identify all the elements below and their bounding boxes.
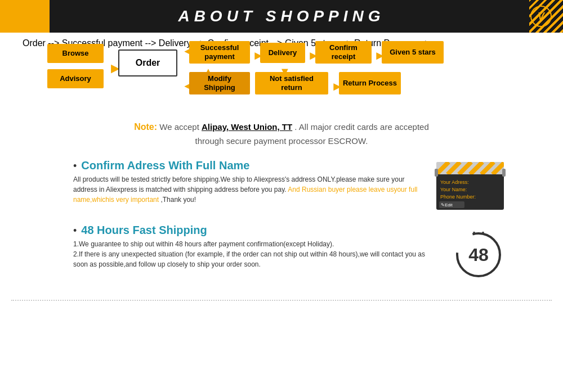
note-label: Note:	[134, 122, 157, 132]
icon-48: 48	[450, 224, 507, 282]
svg-text:✎Edit: ✎Edit	[441, 202, 453, 208]
svg-text:Your Name:: Your Name:	[440, 187, 467, 192]
page-title: ABOUT SHOPPING	[178, 7, 385, 25]
page-header: ABOUT SHOPPING V	[0, 0, 563, 33]
features-section: • Confirm Adress With Full Name All prod…	[0, 156, 563, 297]
bullet-2: •	[73, 224, 77, 238]
flow-diagram: /* Inline styles for diagram elements */…	[23, 38, 540, 111]
svg-text:48: 48	[468, 245, 489, 265]
flow-box-not-satisfied: Not satisfied return	[255, 72, 328, 94]
flow-box-successful: Successful payment	[189, 41, 250, 64]
flow-box-confirm: Confirm receipt	[315, 41, 372, 64]
feature-confirm-content: • Confirm Adress With Full Name All prod…	[73, 159, 422, 205]
feature-confirm-address: • Confirm Adress With Full Name All prod…	[73, 159, 507, 215]
svg-text:Your Adress:: Your Adress:	[440, 179, 469, 185]
bullet-1: •	[73, 159, 77, 173]
flow-box-return: Return Process	[339, 72, 401, 94]
flow-box-stars: Given 5 stars	[382, 41, 444, 64]
flow-box-browse: Browse	[47, 44, 104, 63]
header-logo: V	[530, 6, 552, 27]
svg-text:Phone Number:: Phone Number:	[440, 194, 476, 200]
feature-confirm-title: Confirm Adress With Full Name	[81, 159, 249, 172]
header-yellow-accent	[0, 0, 50, 33]
flow-box-modify: Modify Shipping	[189, 72, 250, 94]
note-highlighted: Alipay, West Union, TT	[202, 122, 292, 132]
svg-rect-10	[502, 169, 506, 177]
note-line1: Note: We accept Alipay, West Union, TT .…	[34, 120, 529, 134]
feature-confirm-text: All products will be tested strictly bef…	[73, 174, 422, 205]
note-line2: through secure payment processor ESCROW.	[34, 134, 529, 148]
feature-shipping-text: 1.We guarantee to ship out within 48 hou…	[73, 239, 439, 269]
flow-box-order: Order	[118, 49, 177, 76]
note-text2: . All major credit cards are accepted	[294, 122, 428, 132]
feature-shipping-title: 48 Hours Fast Shipping	[81, 224, 207, 237]
flow-box-advisory: Advisory	[47, 69, 104, 88]
dotted-divider	[11, 300, 552, 301]
feature-shipping-content: • 48 Hours Fast Shipping 1.We guarantee …	[73, 224, 439, 269]
flow-box-delivery: Delivery	[260, 43, 305, 63]
note-section: Note: We accept Alipay, West Union, TT .…	[0, 114, 563, 156]
clapperboard-icon: Your Adress: Your Name: Phone Number: ✎E…	[434, 159, 507, 215]
svg-rect-9	[435, 169, 438, 177]
feature-fast-shipping: • 48 Hours Fast Shipping 1.We guarantee …	[73, 224, 507, 282]
note-text1: We accept	[159, 122, 202, 132]
